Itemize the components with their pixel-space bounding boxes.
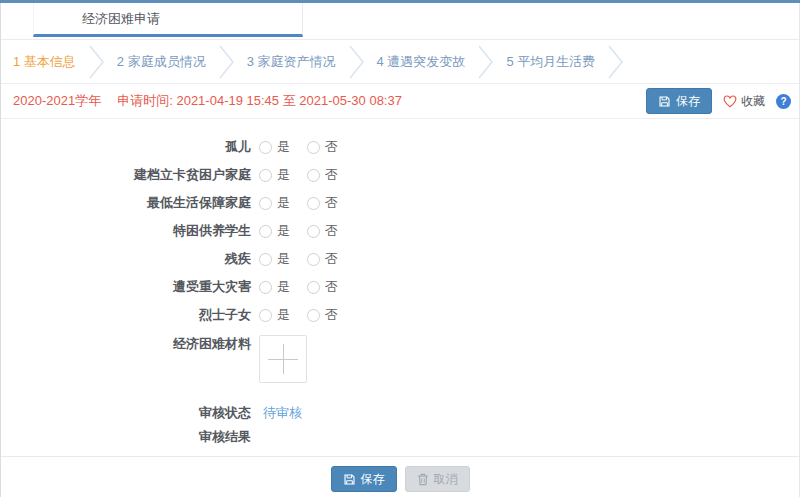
cancel-button[interactable]: 取消 (405, 466, 470, 492)
step-tab-1[interactable]: 1 基本信息 (13, 45, 117, 79)
radio-circle-icon[interactable] (259, 253, 272, 266)
step-label: 4 遭遇突发变故 (377, 53, 466, 71)
upload-material-box[interactable] (259, 335, 307, 383)
save-button-label: 保存 (361, 471, 385, 488)
review-status-label: 审核状态 (1, 404, 251, 422)
save-button-bottom[interactable]: 保存 (331, 466, 397, 492)
step-tab-3[interactable]: 3 家庭资产情况 (247, 45, 377, 79)
application-form: 孤儿是否建档立卡贫困户家庭是否最低生活保障家庭是否特困供养学生是否残疾是否遭受重… (1, 119, 799, 456)
heart-icon (723, 95, 737, 108)
radio-option[interactable]: 否 (307, 306, 338, 324)
radio-circle-icon[interactable] (259, 197, 272, 210)
radio-field-row: 建档立卡贫困户家庭是否 (1, 161, 799, 189)
help-icon[interactable]: ? (776, 94, 791, 109)
radio-circle-icon[interactable] (259, 141, 272, 154)
radio-option[interactable]: 否 (307, 194, 338, 212)
application-header: 2020-2021学年 申请时间: 2021-04-19 15:45 至 202… (1, 84, 799, 119)
radio-field-row: 残疾是否 (1, 245, 799, 273)
radio-option-label: 是 (277, 278, 290, 296)
radio-group: 是否 (259, 166, 355, 184)
field-label: 孤儿 (1, 138, 251, 156)
school-year-text: 2020-2021学年 (13, 92, 101, 110)
chevron-right-icon (478, 45, 493, 79)
radio-option[interactable]: 否 (307, 222, 338, 240)
radio-circle-icon[interactable] (307, 197, 320, 210)
radio-group: 是否 (259, 306, 355, 324)
radio-group: 是否 (259, 138, 355, 156)
radio-option[interactable]: 是 (259, 250, 290, 268)
step-label: 5 平均月生活费 (506, 53, 595, 71)
tab-bar: 经济困难申请 (1, 3, 799, 40)
radio-option[interactable]: 否 (307, 138, 338, 156)
radio-option[interactable]: 是 (259, 166, 290, 184)
apply-time-text: 申请时间: 2021-04-19 15:45 至 2021-05-30 08:3… (117, 92, 402, 110)
save-button-top[interactable]: 保存 (646, 88, 712, 114)
radio-circle-icon[interactable] (307, 225, 320, 238)
radio-option[interactable]: 是 (259, 306, 290, 324)
radio-circle-icon[interactable] (307, 309, 320, 322)
step-tab-5[interactable]: 5 平均月生活费 (506, 45, 636, 79)
step-tab-4[interactable]: 4 遭遇突发变故 (377, 45, 507, 79)
radio-circle-icon[interactable] (259, 225, 272, 238)
step-label: 2 家庭成员情况 (117, 53, 206, 71)
chevron-right-icon (608, 45, 623, 79)
step-tab-2[interactable]: 2 家庭成员情况 (117, 45, 247, 79)
radio-circle-icon[interactable] (307, 281, 320, 294)
favorite-label: 收藏 (741, 93, 765, 110)
radio-option-label: 是 (277, 138, 290, 156)
radio-field-row: 最低生活保障家庭是否 (1, 189, 799, 217)
radio-option[interactable]: 否 (307, 250, 338, 268)
review-result-label: 审核结果 (1, 428, 251, 446)
radio-circle-icon[interactable] (259, 309, 272, 322)
radio-group: 是否 (259, 278, 355, 296)
radio-option[interactable]: 是 (259, 222, 290, 240)
favorite-button[interactable]: 收藏 (723, 93, 765, 110)
radio-option[interactable]: 是 (259, 278, 290, 296)
radio-option[interactable]: 否 (307, 166, 338, 184)
radio-option-label: 否 (325, 194, 338, 212)
radio-option-label: 是 (277, 306, 290, 324)
review-status-row: 审核状态 待审核 (1, 401, 799, 425)
field-label: 残疾 (1, 250, 251, 268)
radio-option-label: 是 (277, 250, 290, 268)
plus-icon (268, 344, 298, 374)
apply-time-value: 2021-04-19 15:45 至 2021-05-30 08:37 (176, 93, 402, 108)
radio-option-label: 否 (325, 222, 338, 240)
step-label: 3 家庭资产情况 (247, 53, 336, 71)
footer-actions: 保存 取消 (1, 456, 799, 497)
chevron-right-icon (89, 45, 104, 79)
radio-option-label: 是 (277, 166, 290, 184)
economic-hardship-application-page: 经济困难申请 1 基本信息2 家庭成员情况3 家庭资产情况4 遭遇突发变故5 平… (0, 0, 800, 497)
radio-option-label: 是 (277, 222, 290, 240)
radio-option[interactable]: 是 (259, 138, 290, 156)
review-status-value: 待审核 (263, 404, 302, 422)
field-label: 建档立卡贫困户家庭 (1, 166, 251, 184)
tab-economic-hardship-application[interactable]: 经济困难申请 (33, 3, 303, 37)
radio-group: 是否 (259, 194, 355, 212)
material-field-row: 经济困难材料 (1, 335, 799, 385)
field-label: 遭受重大灾害 (1, 278, 251, 296)
chevron-right-icon (219, 45, 234, 79)
radio-field-row: 孤儿是否 (1, 133, 799, 161)
radio-circle-icon[interactable] (307, 253, 320, 266)
radio-option[interactable]: 否 (307, 278, 338, 296)
radio-circle-icon[interactable] (307, 141, 320, 154)
application-info: 2020-2021学年 申请时间: 2021-04-19 15:45 至 202… (13, 92, 402, 110)
review-result-row: 审核结果 (1, 425, 799, 449)
radio-field-row: 烈士子女是否 (1, 301, 799, 329)
step-label: 1 基本信息 (13, 53, 76, 71)
radio-option-label: 否 (325, 250, 338, 268)
radio-circle-icon[interactable] (259, 169, 272, 182)
steps-bar: 1 基本信息2 家庭成员情况3 家庭资产情况4 遭遇突发变故5 平均月生活费 (1, 40, 799, 84)
radio-option-label: 否 (325, 166, 338, 184)
material-label: 经济困难材料 (1, 335, 251, 353)
radio-option[interactable]: 是 (259, 194, 290, 212)
radio-rows-container: 孤儿是否建档立卡贫困户家庭是否最低生活保障家庭是否特困供养学生是否残疾是否遭受重… (1, 133, 799, 329)
header-actions: 保存 收藏 ? (646, 88, 791, 114)
save-button-label: 保存 (676, 93, 700, 110)
radio-circle-icon[interactable] (307, 169, 320, 182)
radio-circle-icon[interactable] (259, 281, 272, 294)
radio-option-label: 是 (277, 194, 290, 212)
trash-icon (417, 473, 429, 486)
field-label: 最低生活保障家庭 (1, 194, 251, 212)
